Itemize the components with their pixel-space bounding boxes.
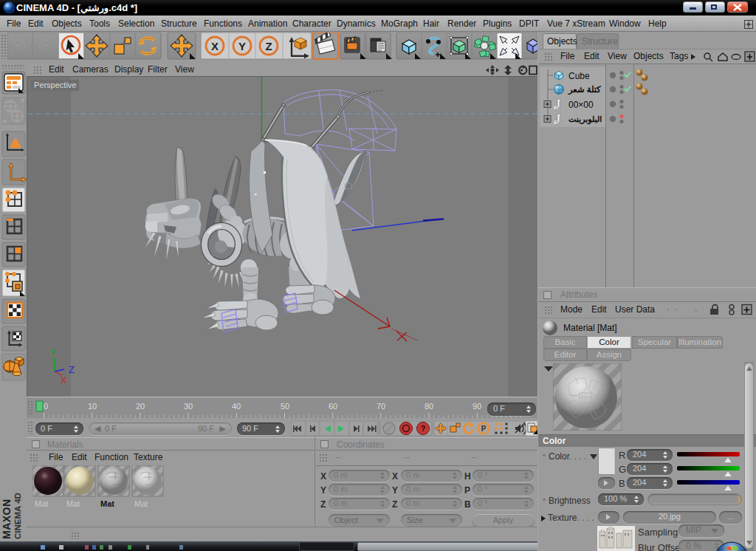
svg-text:10: 10	[88, 402, 97, 411]
svg-text:Y: Y	[50, 348, 56, 358]
svg-text:X: X	[211, 40, 219, 52]
svg-text:0: 0	[554, 106, 557, 111]
svg-text:70: 70	[377, 402, 385, 411]
svg-text:50: 50	[281, 402, 289, 411]
svg-text:Z: Z	[265, 40, 272, 52]
svg-text:?: ?	[421, 424, 426, 433]
svg-text:90: 90	[472, 402, 481, 411]
svg-text:Mat: Mat	[134, 499, 148, 508]
svg-text:0: 0	[44, 402, 48, 411]
svg-text:Cube: Cube	[568, 71, 590, 81]
svg-text:0: 0	[554, 120, 557, 126]
svg-text:Mat: Mat	[66, 499, 80, 508]
svg-text:كتلة شعر: كتلة شعر	[568, 85, 601, 95]
svg-text:P: P	[481, 425, 487, 433]
svg-text:Mat: Mat	[35, 499, 48, 508]
svg-text:40: 40	[232, 402, 241, 411]
svg-text:00×00: 00×00	[568, 100, 594, 110]
svg-text:20: 20	[136, 402, 145, 411]
svg-text:Z: Z	[69, 364, 75, 375]
svg-text:MAXON: MAXON	[1, 499, 13, 539]
svg-text:Y: Y	[238, 40, 246, 52]
svg-text:X: X	[61, 375, 66, 386]
svg-text:Mat: Mat	[100, 499, 114, 508]
svg-text:البلوبرينت: البلوبرينت	[568, 114, 602, 125]
svg-text:80: 80	[425, 402, 433, 411]
svg-text:60: 60	[329, 402, 337, 411]
svg-text:30: 30	[184, 402, 193, 411]
svg-text:CINEMA 4D: CINEMA 4D	[13, 493, 22, 539]
